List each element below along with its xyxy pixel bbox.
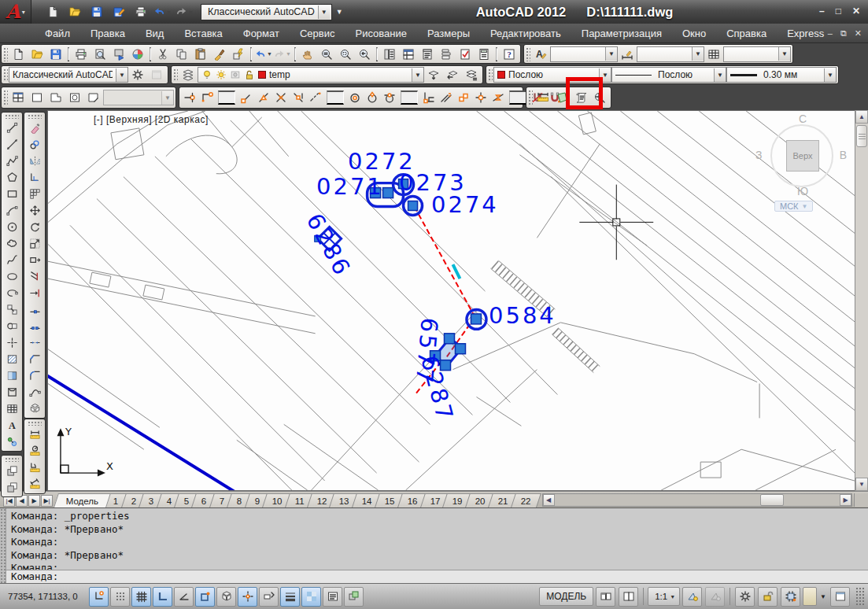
os-appint-button[interactable] xyxy=(290,89,307,106)
close-button[interactable]: ✕ xyxy=(852,6,860,17)
st-osnap-button[interactable] xyxy=(195,587,215,607)
vp-single-button[interactable] xyxy=(28,89,46,106)
table-style-combo[interactable]: ▼ xyxy=(723,46,791,62)
lineweight-combo[interactable]: 0.30 мм▼ xyxy=(726,67,837,83)
os-ins-button[interactable] xyxy=(455,89,472,106)
st-infer-button[interactable] xyxy=(89,587,109,607)
st-sc-button[interactable] xyxy=(344,587,364,607)
undo-button[interactable]: ▼ xyxy=(254,46,273,63)
dim-linear-button[interactable] xyxy=(25,426,45,443)
scale-button[interactable] xyxy=(25,235,45,252)
save-button[interactable] xyxy=(87,3,106,20)
layer-manager-button[interactable] xyxy=(179,66,198,83)
trim-button[interactable] xyxy=(25,268,45,285)
menu-item[interactable]: Сервис xyxy=(290,25,345,42)
make-block-button[interactable] xyxy=(2,318,22,334)
viewcube-wcs-menu[interactable]: МСК▼ xyxy=(774,201,813,212)
spline-button[interactable] xyxy=(2,252,22,268)
list-button[interactable] xyxy=(571,89,590,106)
window-dim-button[interactable] xyxy=(147,66,166,83)
open-button[interactable] xyxy=(28,46,46,63)
color-combo[interactable]: Послою▼ xyxy=(493,67,611,83)
fillet-button[interactable] xyxy=(25,367,45,384)
command-input[interactable]: Команда: xyxy=(6,570,868,583)
array-button[interactable] xyxy=(25,186,45,202)
cut-button[interactable] xyxy=(153,46,172,63)
st-ortho-button[interactable] xyxy=(153,587,172,607)
save-as-button[interactable] xyxy=(109,3,128,20)
toolbar-grip[interactable] xyxy=(28,421,42,426)
hatch-button[interactable] xyxy=(2,351,22,367)
distance-button[interactable] xyxy=(534,89,552,106)
blend-button[interactable] xyxy=(25,384,45,400)
st-snap-button[interactable] xyxy=(110,587,130,607)
menu-item[interactable]: Рисование xyxy=(345,25,416,42)
locate-point-button[interactable] xyxy=(590,89,609,106)
ellipse-button[interactable] xyxy=(2,268,22,285)
explode-button[interactable] xyxy=(25,400,45,417)
last-tab-button[interactable]: ▶| xyxy=(41,495,53,507)
st-polar-button[interactable] xyxy=(174,587,194,607)
plot-button[interactable] xyxy=(131,3,150,20)
scroll-left-button[interactable]: ◀ xyxy=(543,494,555,506)
minimize-button[interactable]: – xyxy=(819,6,825,17)
workspace-combo[interactable]: Классический AutoCAD▼ xyxy=(9,67,128,83)
next-tab-button[interactable]: ▶ xyxy=(28,495,40,507)
save-button[interactable] xyxy=(46,46,65,63)
workspace-switcher[interactable]: Классический AutoCAD ▼ xyxy=(201,4,332,20)
st-3dosnap-button[interactable] xyxy=(216,587,236,607)
area-button[interactable] xyxy=(552,89,571,106)
annotation-visibility-button[interactable] xyxy=(682,587,702,607)
paste-button[interactable] xyxy=(191,46,210,63)
layer-combo[interactable]: temp ▼ xyxy=(198,67,424,83)
toolbar-grip[interactable] xyxy=(525,46,530,61)
status-settings-button[interactable] xyxy=(735,587,755,607)
dim-style-button[interactable] xyxy=(618,46,637,63)
text-style-button[interactable]: A xyxy=(531,46,550,63)
os-end-button[interactable] xyxy=(238,89,255,106)
mirror-button[interactable] xyxy=(25,153,45,169)
toolbar-grip[interactable] xyxy=(2,46,8,61)
xline-button[interactable] xyxy=(2,136,22,153)
mtext-button[interactable]: A xyxy=(2,417,22,434)
vp-clip-button[interactable] xyxy=(84,89,103,106)
rectangle-button[interactable] xyxy=(2,186,22,202)
dim-radius-button[interactable] xyxy=(25,443,45,460)
layout-tab[interactable]: 22 xyxy=(511,493,541,507)
menu-item[interactable]: Правка xyxy=(80,25,135,42)
st-otrack-button[interactable] xyxy=(238,587,257,607)
os-nod-button[interactable] xyxy=(472,89,489,106)
doc-restore-button[interactable]: ⧉ xyxy=(840,28,847,39)
point-button[interactable] xyxy=(2,334,22,351)
viewcube-west[interactable]: З xyxy=(755,149,762,161)
dim-aligned-button[interactable] xyxy=(25,476,45,493)
toolbar-lock-button[interactable] xyxy=(758,587,778,607)
scrollbar-thumb[interactable] xyxy=(760,494,784,506)
doc-close-button[interactable]: ✕ xyxy=(855,28,862,39)
scroll-up-button[interactable]: ▲ xyxy=(855,110,868,124)
menu-item[interactable]: Файл xyxy=(35,25,80,42)
redo-button[interactable]: ▼ xyxy=(273,46,292,63)
layer-current-button[interactable] xyxy=(424,66,443,83)
doc-minimize-button[interactable]: – xyxy=(828,28,833,39)
menu-item[interactable]: Размеры xyxy=(417,25,480,42)
drawing-canvas[interactable]: [-] [Верхняя] [2D каркас] 02720271027302… xyxy=(47,110,855,491)
gear-button[interactable] xyxy=(128,66,147,83)
tab-model[interactable]: Модель xyxy=(54,493,111,507)
redo-button[interactable]: ▼ xyxy=(175,3,194,20)
plot-button[interactable] xyxy=(72,46,90,63)
qat-menu-button[interactable]: ▼ xyxy=(336,8,343,16)
st-dyn-button[interactable] xyxy=(259,587,279,607)
os-par-button[interactable] xyxy=(438,89,455,106)
chevron-down-icon[interactable]: ▼ xyxy=(318,6,330,19)
erase-button[interactable] xyxy=(25,120,45,136)
viewcube-north[interactable]: С xyxy=(762,113,844,125)
menu-item[interactable]: Вид xyxy=(135,25,175,42)
insert-block-button[interactable] xyxy=(2,301,22,318)
text-style-combo[interactable]: ▼ xyxy=(550,46,618,62)
annotation-scale-button[interactable]: 1:1 ▼ xyxy=(648,587,680,606)
toolbar-grip[interactable] xyxy=(2,68,8,82)
arc-button[interactable] xyxy=(2,202,22,219)
pan-button[interactable] xyxy=(298,46,317,63)
order-back-button[interactable] xyxy=(2,479,22,496)
